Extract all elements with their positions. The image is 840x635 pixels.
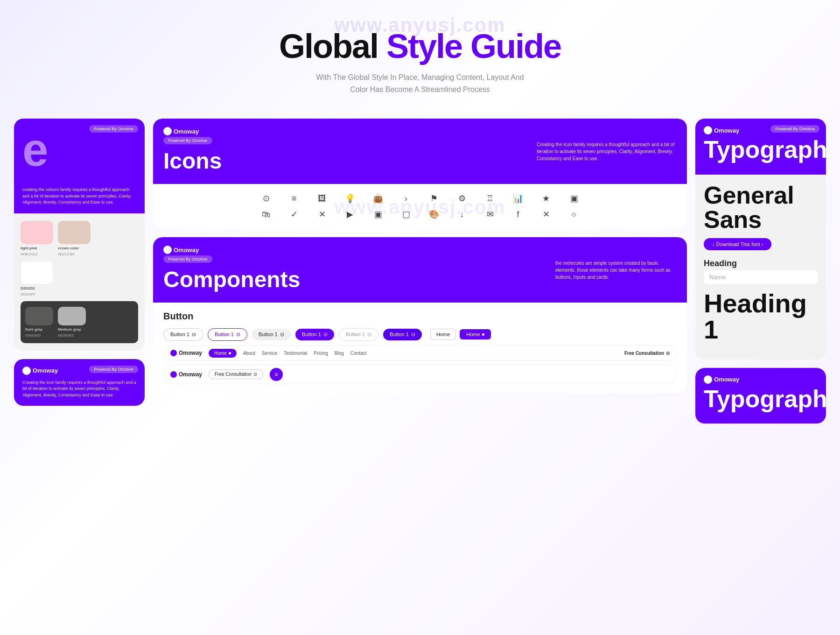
nav-dot: [229, 352, 231, 354]
button-section: Button Button 1 ⊙ Button 1 ⊙ Button 1 ⊙: [153, 303, 687, 393]
typography-body: GeneralSans ↓ Download This font › Headi…: [695, 175, 826, 360]
swatch-label-dark-gray: Dark gray: [25, 327, 53, 332]
nav-link-about[interactable]: About: [243, 351, 255, 356]
left-bottom-text: Creating the icon family requires a thou…: [22, 380, 136, 399]
typography2-title: Typography: [704, 386, 818, 412]
hamburger-icon: ≡: [274, 371, 278, 378]
btn-home-purple[interactable]: Home: [460, 329, 490, 339]
btn-icon-2: ⊙: [236, 332, 240, 338]
button-fill-purple[interactable]: Button 1 ⊙: [295, 329, 334, 340]
icons-grid: ⊙ ≡ 🖼 💡 👜 › ⚑ ⚙ ♖ 📊 ★ ▣ 🛍: [153, 184, 687, 229]
icon-facebook: f: [511, 210, 525, 219]
swatch-light-pink: light pink #FBCCD2: [21, 221, 53, 256]
heading-label: Heading: [704, 259, 818, 268]
components-logo: Omoway: [163, 246, 300, 254]
icons-card: Omoway Powered By Omotive Icons Creating…: [153, 119, 687, 229]
components-powered-badge: Powered By Omotive: [163, 255, 212, 263]
nav-link-pricing[interactable]: Pricing: [314, 351, 328, 356]
main-content: Powered By Omotive e creating the colour…: [0, 109, 840, 437]
btn-home-plain[interactable]: Home: [430, 329, 456, 340]
swatch-box-dark-gray: [25, 307, 53, 325]
left-bottom-card: Omoway Powered By Omotive Creating the i…: [14, 359, 145, 406]
left-bottom-banner: Omoway Powered By Omotive Creating the i…: [14, 359, 145, 406]
icon-twitter: ✕: [539, 209, 553, 219]
font-name: GeneralSans: [704, 183, 818, 232]
swatch-hex-dark-gray: #5A5A59: [25, 333, 53, 338]
nav-home-btn[interactable]: Home: [209, 349, 237, 358]
page-header: Global Style Guide With The Global Style…: [0, 0, 840, 109]
icon-close: ✕: [315, 209, 329, 219]
btn-dot: [482, 333, 484, 336]
icons-logo: Omoway: [163, 127, 222, 135]
icon-brush: 🎨: [427, 209, 441, 219]
icon-copy: ▢: [399, 209, 413, 219]
icon-menu: ≡: [287, 194, 301, 204]
icons-banner-desc: Creating the icon family requires a thou…: [537, 141, 677, 162]
logo-circle: [22, 367, 31, 375]
nav-link-contact[interactable]: Contact: [350, 351, 366, 356]
swatch-dark-gray: Dark gray #5A5A59: [25, 307, 53, 338]
icon-check: ✓: [287, 209, 301, 219]
button-dark-purple[interactable]: Button 1 ⊙: [383, 329, 422, 340]
components-banner: Omoway Powered By Omotive Components the…: [153, 237, 687, 303]
button-outline-gray[interactable]: Button 1 ⊙: [163, 328, 203, 341]
middle-column: Omoway Powered By Omotive Icons Creating…: [153, 119, 687, 423]
mobile-cta-btn[interactable]: Free Consultation ⊙: [209, 369, 263, 379]
button-section-title: Button: [163, 311, 677, 322]
swatch-hex-medium-gray: #B3B3B3: [58, 333, 86, 338]
powered-badge-left: Powered By Omotive: [89, 125, 138, 133]
home-buttons: Home Home: [430, 329, 491, 340]
icon-doc: ▣: [567, 193, 581, 204]
colors-banner-text: creating the colours family requires a t…: [22, 187, 136, 206]
nav-logo-circle: [170, 350, 177, 356]
swatch-label-medium-gray: Medium gray: [58, 327, 86, 332]
title-purple: Style Guide: [386, 28, 561, 65]
button-muted[interactable]: Button 1 ⊙: [339, 328, 378, 341]
icons-logo-circle: [163, 127, 172, 135]
btn-icon-1: ⊙: [192, 332, 196, 338]
icon-play: ▶: [343, 209, 357, 219]
swatch-white: D2D2D2 #6319FF: [21, 261, 53, 296]
btn-icon-6: ⊙: [411, 332, 415, 338]
hamburger-btn[interactable]: ≡: [270, 368, 283, 381]
components-banner-desc: the molecules are simple system created …: [555, 260, 677, 281]
icon-bulb: 💡: [343, 193, 357, 204]
colors-card: Powered By Omotive e creating the colour…: [14, 119, 145, 351]
typography-card: Omoway Powered By Omotive Typography Gen…: [695, 119, 826, 359]
swatch-label-white: D2D2D2: [21, 286, 53, 290]
typography-banner: Omoway Powered By Omotive Typography: [695, 119, 826, 174]
nav-bar-demo: Omoway Home About Service Testimonial Pr…: [163, 346, 677, 361]
download-font-button[interactable]: ↓ Download This font ›: [704, 238, 771, 250]
swatch-row-2: D2D2D2 #6319FF: [21, 261, 138, 296]
btn-icon-5: ⊙: [367, 332, 371, 338]
swatch-hex-cream: #E2CCBF: [58, 252, 91, 256]
btn-icon-3: ⊙: [280, 332, 284, 338]
nav-cta[interactable]: Free Consultation ⊙: [624, 351, 670, 356]
icon-mail: ✉: [483, 209, 497, 219]
name-field: Name: [704, 270, 818, 284]
nav-link-service[interactable]: Service: [262, 351, 277, 356]
typography-banner-title: Typography: [704, 136, 818, 163]
icons-banner-left: Omoway Powered By Omotive Icons: [163, 127, 222, 174]
icon-image: 🖼: [315, 194, 329, 204]
swatch-row-1: light pink #FBCCD2 cream color #E2CCBF: [21, 221, 138, 256]
icon-chart: 📊: [511, 193, 525, 204]
typography-card2-body: Omoway Typography: [695, 368, 826, 423]
nav-cta-arrow: ⊙: [666, 351, 670, 356]
nav-link-blog[interactable]: Blog: [335, 351, 344, 356]
powered-badge-bottom-left: Powered By Omotive: [89, 366, 138, 373]
icons-banner: Omoway Powered By Omotive Icons Creating…: [153, 119, 687, 184]
icon-person: ♖: [483, 193, 497, 204]
page-subtitle: With The Global Style In Place, Managing…: [9, 71, 831, 95]
button-outline-purple[interactable]: Button 1 ⊙: [208, 328, 247, 341]
swatch-box-cream: [58, 221, 91, 244]
button-fill-gray[interactable]: Button 1 ⊙: [252, 329, 291, 340]
swatch-box-white: [21, 261, 53, 284]
title-black: Global: [279, 28, 386, 65]
heading1-text: Heading 1: [704, 290, 818, 343]
mobile-nav-demo: Omoway Free Consultation ⊙ ≡: [163, 365, 677, 384]
icons-banner-title: Icons: [163, 149, 222, 174]
components-banner-title: Components: [163, 268, 300, 292]
right-column: Omoway Powered By Omotive Typography Gen…: [695, 119, 826, 423]
nav-link-testimonial[interactable]: Testimonial: [284, 351, 307, 356]
